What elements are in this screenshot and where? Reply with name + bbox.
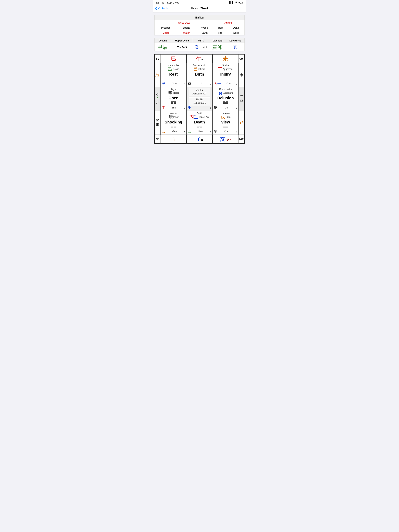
zhen-bottom: 丁 Zhen 3 [161,105,186,110]
qian-num: 6 [236,130,237,133]
upper-cycle-header: Upper Cycle [171,38,193,43]
li-trigram [197,78,202,80]
row2-cells: Tiger 辛 Heart Open 丁 Zhen 3 [161,87,238,111]
status-icons: ▌▌▌ 90% [229,1,243,4]
fu-tu-suffix: at 4 [201,43,209,51]
day-void-char: 寅卯 [209,43,226,51]
xin-char: 辛 [168,91,172,95]
wu-char2: 戊 [220,115,225,119]
rice-fowl-label: Rice-Fowl [199,116,209,118]
back-button[interactable]: < Back [155,6,168,10]
pillar-label: Pillar [174,116,179,118]
heaven-label: Heaven [221,112,230,115]
kan-num: 1 [210,130,211,133]
pillar-row: 庚 Pillar [161,115,186,119]
zhen-trigram [171,101,176,104]
status-time: 1:57 μμ Κυρ 1 Νοε [156,1,179,4]
row1-cells: Harmonies 乙 Grass Rest 癸 Xun 4 [161,63,238,87]
li-bottom: 戊 Li 9 [187,81,212,86]
status-bar: 1:57 μμ Κυρ 1 Νοε ▌▌▌ 90% [153,0,246,5]
earth-label: Earth [196,30,213,35]
metal-label: Metal [154,30,177,35]
ren-char1: 壬 [217,81,221,86]
official-label: Official [198,68,205,70]
yi-char2: 乙 [188,129,191,134]
sw-corner: SW [238,57,244,61]
bai-lu-title: Bai Lu [154,15,245,20]
cell-sw: Snake 丁 Aggressor Injury 丙 壬 [212,63,238,87]
si-dir: 巳 [161,55,187,63]
yi-char: 乙 [168,67,172,71]
bing-char1: 丙 [214,81,217,86]
death-bold: Death [194,120,205,124]
battery-icon: 90% [238,1,243,4]
se-corner: SE [155,57,161,61]
ding-char2: 丁 [162,105,165,110]
gen-num: 8 [184,130,185,133]
ne-corner: NE [155,137,161,141]
li-num: 9 [210,82,211,85]
earth-label: Earth [197,112,202,115]
gen-trigram [171,126,176,128]
nav-bar: < Back Hour Chart [153,5,246,13]
xu-side: 戌 [238,111,244,134]
shen-side: 申 [238,63,244,87]
kun-label: Kun [226,82,231,85]
upper-cycle-value: Yin Ju 9 [171,43,193,51]
cell-ne: Warrior 庚 Pillar Shocking 己 Gen 8 [161,111,187,134]
ren-char3: 壬 [194,115,198,119]
bing-char2: 丙 [190,115,194,119]
dui-num: 7 [236,106,237,109]
fu-tu-header: Fu Tu [193,38,209,43]
row3-cells: Warrior 庚 Pillar Shocking 己 Gen 8 [161,111,238,134]
zhi-shi-box: Zhi Shi Delusion at 7 [189,97,210,105]
main-content: Bai Lu White Dew Autumn Prosper Strong W… [153,13,246,146]
hero-row: 戊 Hero [213,115,238,119]
ji-char2: 己 [162,129,165,134]
decade-char: 甲辰 [154,43,171,51]
cell-e: Tiger 辛 Heart Open 丁 Zhen 3 [161,87,187,111]
ren-char2: 壬 [188,105,191,110]
dui-trigram [223,101,228,104]
xun-bottom: 癸 Xun 4 [161,81,186,86]
zhi-fu-title: Zhi Fu [196,89,203,92]
grid-row-2: 空 E 卯 Tiger 辛 Heart Open [155,87,244,111]
xun-label: Xun [172,82,176,85]
decade-header: Decade [154,38,171,43]
tiger-label: Tiger [171,88,176,90]
dead-label: Dead [227,25,245,30]
xun-num: 4 [184,82,185,85]
white-dew-label: White Dew [154,20,213,25]
wu-char: 戊 [188,81,191,86]
commander-label: Commander [219,88,232,90]
kan-bottom: 乙 Kan 1 [187,129,212,134]
gen-label: Gen [172,130,177,133]
kun-trigram [223,78,228,80]
week-label: Week [196,25,213,30]
qian-label: Qian [224,130,229,133]
gen-bottom: 己 Gen 8 [161,129,186,134]
grass-row: 乙 Grass [161,67,186,71]
li-label: Li [200,82,201,85]
aggressor-row: 丁 Aggressor [213,67,238,71]
wu-dir: 午S [187,55,212,63]
hai-dir: 亥 [212,135,238,143]
supreme-yin-label: Supreme Yin [193,64,206,67]
ji-char: 己 [193,67,198,71]
snake-label: Snake [222,64,229,67]
assistant-row: 癸 Assistant [213,91,238,95]
qian-trigram [223,126,228,128]
gui-char2: 癸 [219,91,223,95]
strong-label: Strong [177,25,196,30]
cell-s: Supreme Yin 己 Official Birth 戊 Li 9 [187,63,213,87]
zhi-shi-title: Zhi Shi [196,98,203,101]
official-row: 己 Official [187,67,212,71]
gui-char: 癸 [162,81,165,86]
cell-nw: Heaven 戊 Hero View 辛 Qian 6 [212,111,238,134]
zhen-num: 3 [184,106,185,109]
chen-side: 辰 [155,63,161,87]
kan-trigram [197,126,202,128]
signal-icon: ▌▌▌ [229,1,234,4]
chou-dir: 丑 [161,135,187,143]
warrior-label: Warrior [170,112,177,115]
